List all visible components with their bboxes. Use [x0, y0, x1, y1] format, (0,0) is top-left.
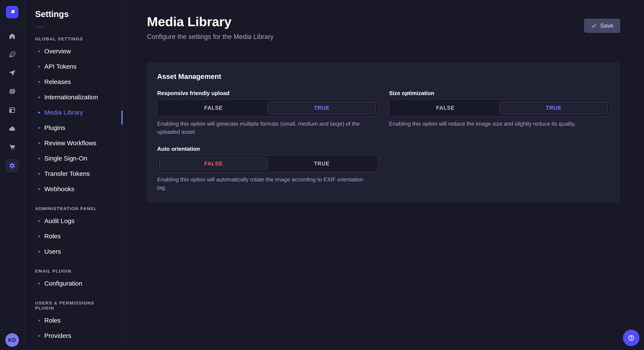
subnav-item-review-workflows[interactable]: Review Workflows: [25, 136, 122, 151]
responsive-upload-toggle: FALSE TRUE: [157, 100, 378, 116]
strapi-logo-icon[interactable]: [6, 6, 18, 18]
bullet-icon: [38, 283, 40, 285]
save-button[interactable]: Save: [584, 19, 620, 33]
subnav-item-plugins[interactable]: Plugins: [25, 120, 122, 136]
bullet-icon: [38, 81, 40, 83]
main-nav-icons: [5, 29, 19, 173]
help-button[interactable]: [623, 330, 640, 346]
bullet-icon: [38, 335, 40, 337]
settings-grid: Responsive friendly upload FALSE TRUE En…: [157, 90, 610, 192]
subnav-item-up-providers[interactable]: Providers: [25, 328, 122, 344]
gear-icon[interactable]: [5, 159, 19, 173]
field-responsive-friendly-upload: Responsive friendly upload FALSE TRUE En…: [157, 90, 378, 136]
bullet-icon: [38, 127, 40, 129]
bullet-icon: [38, 235, 40, 237]
question-circle-icon: [628, 334, 635, 342]
section-administration-panel: ADMINISTRATION PANEL: [35, 206, 112, 211]
subnav-item-audit-logs[interactable]: Audit Logs: [25, 213, 122, 229]
toggle-option-false[interactable]: FALSE: [159, 157, 268, 170]
page-subtitle: Configure the settings for the Media Lib…: [147, 33, 620, 41]
section-users-permissions-plugin: USERS & PERMISSIONS PLUGIN: [35, 301, 112, 311]
bullet-icon: [38, 320, 40, 322]
subnav-item-overview[interactable]: Overview: [25, 44, 122, 59]
bullet-icon: [38, 96, 40, 98]
bullet-icon: [38, 50, 40, 52]
bullet-icon: [38, 220, 40, 222]
field-size-optimization: Size optimization FALSE TRUE Enabling th…: [389, 90, 610, 136]
feather-icon[interactable]: [5, 48, 19, 61]
subnav-item-api-tokens[interactable]: API Tokens: [25, 59, 122, 74]
auto-orientation-toggle: FALSE TRUE: [157, 155, 378, 172]
logo-container: [0, 0, 24, 24]
paper-plane-icon[interactable]: [5, 66, 19, 80]
main-nav-sidebar: KD: [0, 0, 24, 350]
settings-subnav: Settings GLOBAL SETTINGS Overview API To…: [25, 0, 123, 350]
user-avatar[interactable]: KD: [5, 333, 19, 347]
layout-icon[interactable]: [5, 103, 19, 117]
field-hint: Enabling this option will generate multi…: [157, 120, 372, 136]
users-permissions-list: Roles Providers: [25, 313, 122, 344]
subnav-item-media-library[interactable]: Media Library: [25, 105, 122, 120]
subnav-item-internationalization[interactable]: Internationalization: [25, 90, 122, 105]
subnav-item-admin-users[interactable]: Users: [25, 244, 122, 259]
field-hint: Enabling this option will reduce the ima…: [389, 120, 604, 128]
field-label: Responsive friendly upload: [157, 90, 378, 97]
page-header: Media Library Configure the settings for…: [123, 0, 644, 41]
global-settings-list: Overview API Tokens Releases Internation…: [25, 44, 122, 197]
field-hint: Enabling this option will automatically …: [157, 176, 372, 191]
cart-icon[interactable]: [5, 140, 19, 154]
size-optimization-toggle: FALSE TRUE: [389, 100, 610, 116]
asset-management-panel: Asset Management Responsive friendly upl…: [147, 62, 620, 203]
field-label: Size optimization: [389, 90, 610, 97]
toggle-option-true[interactable]: TRUE: [500, 102, 608, 114]
field-auto-orientation: Auto orientation FALSE TRUE Enabling thi…: [157, 146, 378, 191]
toggle-option-true[interactable]: TRUE: [268, 102, 376, 114]
subnav-item-email-configuration[interactable]: Configuration: [25, 276, 122, 291]
section-email-plugin: EMAIL PLUGIN: [35, 269, 112, 274]
title-divider: [35, 26, 45, 27]
subnav-item-up-roles[interactable]: Roles: [25, 313, 122, 328]
toggle-option-false[interactable]: FALSE: [159, 102, 268, 114]
section-global-settings: GLOBAL SETTINGS: [35, 36, 112, 41]
subnav-item-transfer-tokens[interactable]: Transfer Tokens: [25, 166, 122, 181]
bullet-icon: [38, 251, 40, 253]
bullet-icon: [38, 173, 40, 175]
panel-title: Asset Management: [157, 72, 610, 81]
home-icon[interactable]: [5, 29, 19, 43]
email-plugin-list: Configuration: [25, 276, 122, 291]
bullet-icon: [38, 142, 40, 144]
toggle-option-true[interactable]: TRUE: [268, 157, 376, 170]
subnav-item-admin-roles[interactable]: Roles: [25, 229, 122, 244]
field-label: Auto orientation: [157, 146, 378, 152]
subnav-title: Settings: [35, 9, 122, 19]
main-content: Media Library Configure the settings for…: [123, 0, 644, 350]
administration-panel-list: Audit Logs Roles Users: [25, 213, 122, 259]
bullet-icon: [38, 188, 40, 190]
bullet-icon: [38, 112, 40, 114]
subnav-item-single-sign-on[interactable]: Single Sign-On: [25, 151, 122, 166]
images-icon[interactable]: [5, 85, 19, 98]
page-title: Media Library: [147, 14, 620, 29]
toggle-option-false[interactable]: FALSE: [391, 102, 500, 114]
active-item-indicator: [122, 111, 123, 125]
sidebar-footer: KD: [0, 329, 24, 350]
subnav-item-releases[interactable]: Releases: [25, 74, 122, 90]
subnav-item-webhooks[interactable]: Webhooks: [25, 181, 122, 197]
cloud-icon[interactable]: [5, 122, 19, 136]
check-icon: [591, 23, 597, 29]
bullet-icon: [38, 66, 40, 68]
bullet-icon: [38, 158, 40, 160]
